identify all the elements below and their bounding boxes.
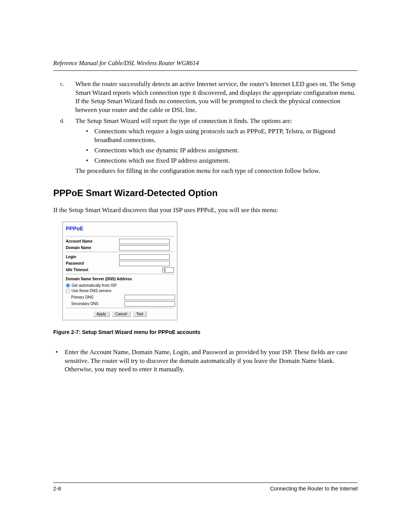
instruction-bullet-0: Enter the Account Name, Domain Name, Log…: [53, 348, 358, 374]
login-label: Login: [66, 254, 119, 260]
form-separator-4: [66, 308, 174, 308]
step-d-sublist: Connections which require a login using …: [75, 127, 358, 165]
dns-auto-option[interactable]: Get automatically from ISP: [66, 283, 174, 288]
header-rule: [53, 70, 358, 71]
dns-auto-radio[interactable]: [66, 283, 70, 288]
secondary-dns-input[interactable]: [124, 301, 175, 307]
step-d-sub-0: Connections which require a login using …: [86, 127, 358, 145]
cancel-button[interactable]: Cancel: [112, 311, 131, 317]
step-d-text: The Setup Smart Wizard will report the t…: [75, 117, 358, 126]
footer-rule: [53, 482, 358, 483]
step-d-sub-1: Connections which use dynamic IP address…: [86, 146, 358, 155]
secondary-dns-label: Secondary DNS: [66, 301, 124, 307]
step-c-text: When the router successfully detects an …: [75, 80, 358, 115]
section-heading: PPPoE Smart Wizard-Detected Option: [53, 187, 358, 199]
login-input[interactable]: [119, 254, 170, 260]
page-number: 2-8: [53, 485, 61, 492]
test-button[interactable]: Test: [133, 311, 147, 317]
idle-timeout-label: Idle Timeout: [66, 267, 119, 273]
dns-heading: Domain Name Server (DNS) Address: [66, 276, 174, 282]
domain-name-label: Domain Name: [66, 245, 119, 251]
figure-screenshot: PPPoE Account Name Domain Name Login Pas…: [62, 222, 358, 320]
password-label: Password: [66, 261, 119, 266]
domain-name-input[interactable]: [119, 245, 170, 251]
step-c-marker: c.: [53, 80, 75, 115]
apply-button[interactable]: Apply: [93, 311, 110, 317]
form-separator-3: [66, 274, 174, 274]
instruction-bullets: Enter the Account Name, Domain Name, Log…: [53, 348, 358, 374]
form-title: PPPoE: [66, 224, 174, 235]
step-d-sub-2: Connections which use fixed IP address a…: [86, 157, 358, 165]
dns-auto-label: Get automatically from ISP: [72, 283, 117, 288]
account-name-input[interactable]: [119, 239, 170, 244]
pppoe-form-panel: PPPoE Account Name Domain Name Login Pas…: [62, 222, 177, 320]
figure-caption: Figure 2-7: Setup Smart Wizard menu for …: [53, 329, 358, 336]
primary-dns-input[interactable]: [124, 295, 175, 300]
dns-manual-option[interactable]: Use these DNS servers: [66, 288, 174, 294]
dns-manual-radio[interactable]: [66, 289, 70, 293]
step-d-marker: d.: [53, 117, 75, 176]
account-name-label: Account Name: [66, 239, 119, 244]
password-input[interactable]: [119, 261, 170, 266]
dns-manual-label: Use these DNS servers: [72, 288, 111, 294]
section-intro: If the Setup Smart Wizard discovers that…: [53, 206, 358, 215]
step-d-tail: The procedures for filling in the config…: [75, 167, 358, 176]
running-header: Reference Manual for Cable/DSL Wireless …: [53, 59, 358, 70]
primary-dns-label: Primary DNS: [66, 295, 124, 300]
footer-section-title: Connecting the Router to the Internet: [270, 485, 358, 492]
form-separator-2: [66, 252, 174, 252]
form-separator-1: [66, 236, 174, 236]
ordered-steps: c. When the router successfully detects …: [53, 80, 358, 176]
idle-timeout-input[interactable]: [162, 267, 174, 273]
